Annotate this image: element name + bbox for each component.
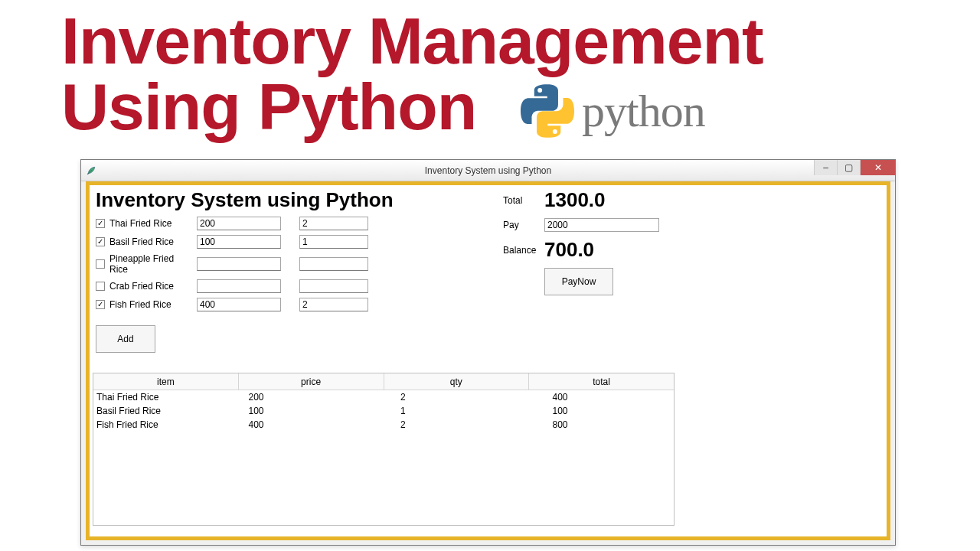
summary-pane: Total 1300.0 Pay Balance 700.0 PayNow <box>503 188 659 295</box>
python-word: python <box>582 85 705 138</box>
python-logo-icon <box>521 84 574 138</box>
maximize-button[interactable]: ▢ <box>837 160 860 175</box>
total-value: 1300.0 <box>544 188 606 212</box>
item-label: Basil Fried Rice <box>109 236 192 247</box>
app-title: Inventory System using Python <box>96 188 880 212</box>
cell-qty[interactable]: 2 <box>370 390 522 404</box>
qty-input[interactable] <box>299 279 368 293</box>
results-table: item price qty total Thai Fried Rice 200… <box>93 373 675 526</box>
item-label: Crab Fried Rice <box>109 281 192 292</box>
python-brand: python <box>521 84 705 138</box>
window-title: Inventory System using Python <box>425 165 551 176</box>
item-row: Pineapple Fried Rice <box>96 253 880 275</box>
checkbox-basil[interactable] <box>96 237 105 246</box>
item-label: Thai Fried Rice <box>109 218 192 229</box>
paynow-button[interactable]: PayNow <box>544 268 613 295</box>
cell-item[interactable]: Thai Fried Rice <box>93 390 218 404</box>
checkbox-fish[interactable] <box>96 300 105 309</box>
price-input[interactable] <box>197 279 281 293</box>
item-row: Crab Fried Rice <box>96 279 880 293</box>
table-row: Thai Fried Rice 200 2 400 <box>93 390 674 404</box>
cell-total[interactable]: 100 <box>522 404 675 418</box>
client-area: Inventory System using Python Thai Fried… <box>86 181 890 540</box>
qty-input[interactable] <box>299 298 368 311</box>
table-row: Basil Fried Rice 100 1 100 <box>93 404 674 418</box>
qty-input[interactable] <box>299 235 368 249</box>
app-icon <box>86 165 96 176</box>
item-row: Thai Fried Rice <box>96 217 880 230</box>
cell-qty[interactable]: 1 <box>370 404 522 418</box>
table-header-row: item price qty total <box>93 373 674 390</box>
table-body: Thai Fried Rice 200 2 400 Basil Fried Ri… <box>93 390 674 432</box>
cell-price[interactable]: 200 <box>218 390 371 404</box>
price-input[interactable] <box>197 257 281 271</box>
cell-item[interactable]: Fish Fried Rice <box>93 418 218 432</box>
price-input[interactable] <box>197 298 281 311</box>
qty-input[interactable] <box>299 217 368 230</box>
cell-qty[interactable]: 2 <box>370 418 522 432</box>
total-label: Total <box>503 195 544 206</box>
checkbox-crab[interactable] <box>96 282 105 291</box>
cell-total[interactable]: 400 <box>522 390 675 404</box>
balance-value: 700.0 <box>544 238 594 262</box>
cell-total[interactable]: 800 <box>522 418 675 432</box>
col-price[interactable]: price <box>239 373 384 390</box>
col-qty[interactable]: qty <box>384 373 530 390</box>
item-row: Basil Fried Rice <box>96 235 880 249</box>
cell-item[interactable]: Basil Fried Rice <box>93 404 218 418</box>
price-input[interactable] <box>197 217 281 230</box>
slide-headline: Inventory Management Using Python <box>0 0 980 139</box>
item-label: Pineapple Fried Rice <box>109 253 192 275</box>
item-row: Fish Fried Rice <box>96 298 880 311</box>
cell-price[interactable]: 400 <box>218 418 371 432</box>
item-label: Fish Fried Rice <box>109 299 192 310</box>
item-rows: Thai Fried Rice Basil Fried Rice Pineapp… <box>96 217 880 311</box>
close-button[interactable]: ✕ <box>860 160 895 175</box>
cell-price[interactable]: 100 <box>218 404 371 418</box>
table-row: Fish Fried Rice 400 2 800 <box>93 418 674 432</box>
col-total[interactable]: total <box>529 373 674 390</box>
checkbox-pineapple[interactable] <box>96 259 105 269</box>
minimize-button[interactable]: – <box>814 160 837 175</box>
titlebar[interactable]: Inventory System using Python – ▢ ✕ <box>81 160 895 181</box>
col-item[interactable]: item <box>93 373 239 390</box>
pay-label: Pay <box>503 220 544 230</box>
app-window: Inventory System using Python – ▢ ✕ Inve… <box>80 159 896 546</box>
pay-input[interactable] <box>544 218 659 232</box>
price-input[interactable] <box>197 235 281 249</box>
headline-line1: Inventory Management <box>61 8 980 73</box>
add-button[interactable]: Add <box>96 325 155 353</box>
qty-input[interactable] <box>299 257 368 271</box>
checkbox-thai[interactable] <box>96 219 105 228</box>
balance-label: Balance <box>503 245 544 256</box>
